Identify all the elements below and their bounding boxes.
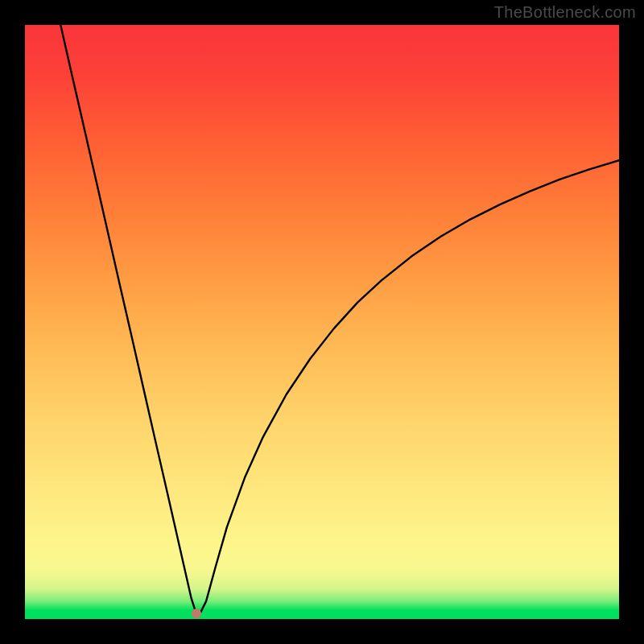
bottleneck-curve — [25, 25, 619, 619]
chart-plot-area — [25, 25, 619, 619]
watermark-text: TheBottleneck.com — [494, 3, 636, 22]
minimum-marker — [192, 609, 201, 618]
